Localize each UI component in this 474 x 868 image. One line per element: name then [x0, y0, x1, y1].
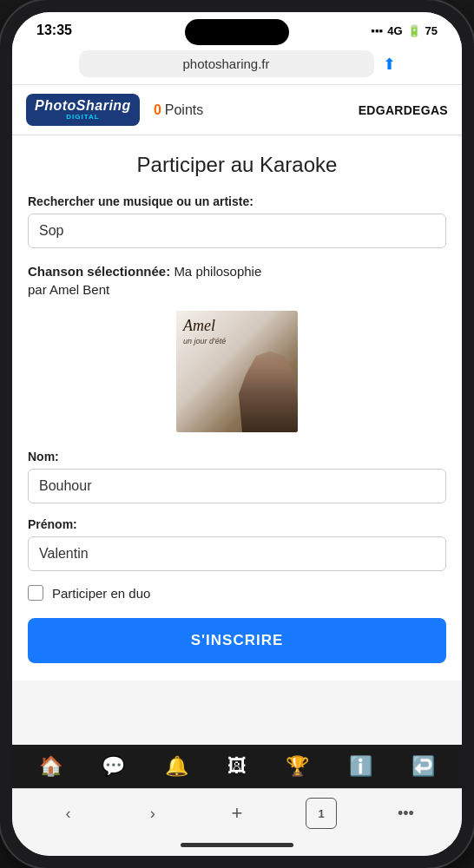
duo-checkbox-row: Participer en duo — [28, 585, 446, 601]
nav-logout-icon[interactable]: ↩️ — [411, 755, 435, 778]
points-display: 0 Points — [154, 102, 203, 118]
page-title: Participer au Karaoke — [28, 153, 446, 177]
address-bar: photosharing.fr ⬆ — [12, 43, 462, 85]
page-card: Participer au Karaoke Rechercher une mus… — [12, 135, 462, 681]
register-button[interactable]: S'INSCRIRE — [28, 618, 446, 663]
points-label: Points — [165, 102, 203, 118]
logo-text-sub: DIGITAL — [66, 114, 99, 121]
bottom-nav: 🏠 💬 🔔 🖼 🏆 ℹ️ ↩️ — [12, 745, 462, 788]
song-selected-label: Chanson sélectionnée: — [28, 264, 170, 279]
app-logo[interactable]: PhotoSharing DIGITAL — [26, 94, 140, 126]
nav-gallery-icon[interactable]: 🖼 — [227, 755, 247, 778]
search-input[interactable] — [28, 214, 446, 248]
username-label: EDGARDEGAS — [359, 103, 448, 117]
song-artist: par Amel Bent — [28, 282, 109, 297]
phone-screen: 13:35 Appareil photo ▪▪▪ 4G 🔋 75 photosh… — [12, 12, 462, 856]
home-indicator — [12, 838, 462, 856]
album-art-title: Amel — [183, 318, 215, 335]
battery-icon: 🔋 — [407, 24, 421, 37]
browser-forward-button[interactable]: › — [137, 798, 168, 829]
phone-frame: 13:35 Appareil photo ▪▪▪ 4G 🔋 75 photosh… — [0, 0, 474, 868]
prenom-label: Prénom: — [28, 517, 446, 531]
nav-home-icon[interactable]: 🏠 — [39, 755, 63, 778]
duo-label: Participer en duo — [52, 586, 150, 601]
status-time: 13:35 — [36, 23, 72, 38]
browser-nav: ‹ › + 1 ••• — [12, 788, 462, 838]
logo-text-main: PhotoSharing — [35, 99, 131, 113]
browser-more-button[interactable]: ••• — [390, 798, 421, 829]
nav-chat-icon[interactable]: 💬 — [102, 755, 125, 778]
album-silhouette — [228, 337, 298, 432]
share-icon[interactable]: ⬆ — [383, 55, 396, 74]
nav-trophy-icon[interactable]: 🏆 — [286, 755, 309, 778]
album-art: Amel un jour d'été — [176, 311, 298, 432]
song-selected-text: Chanson sélectionnée: Ma philosophie par… — [28, 262, 446, 299]
duo-checkbox[interactable] — [28, 585, 43, 601]
signal-icon: ▪▪▪ — [371, 24, 383, 37]
search-label: Rechercher une musique ou un artiste: — [28, 194, 446, 208]
url-field[interactable]: photosharing.fr — [79, 50, 374, 77]
points-count: 0 — [154, 102, 161, 118]
song-name: Ma philosophie — [174, 264, 261, 279]
status-icons: ▪▪▪ 4G 🔋 75 — [371, 24, 438, 37]
home-bar — [181, 843, 293, 847]
battery-level: 75 — [425, 24, 438, 37]
album-art-subtitle: un jour d'été — [183, 337, 226, 345]
nav-info-icon[interactable]: ℹ️ — [349, 755, 372, 778]
browser-back-button[interactable]: ‹ — [53, 798, 84, 829]
dynamic-island — [185, 19, 289, 45]
browser-add-button[interactable]: + — [221, 798, 253, 829]
prenom-input[interactable] — [28, 536, 446, 571]
nom-input[interactable] — [28, 469, 446, 503]
network-label: 4G — [387, 24, 402, 37]
browser-tabs-button[interactable]: 1 — [306, 798, 337, 829]
nav-bell-icon[interactable]: 🔔 — [165, 755, 188, 778]
app-header: PhotoSharing DIGITAL 0 Points EDGARDEGAS — [12, 85, 462, 135]
main-content: Participer au Karaoke Rechercher une mus… — [12, 135, 462, 745]
nom-label: Nom: — [28, 450, 446, 464]
